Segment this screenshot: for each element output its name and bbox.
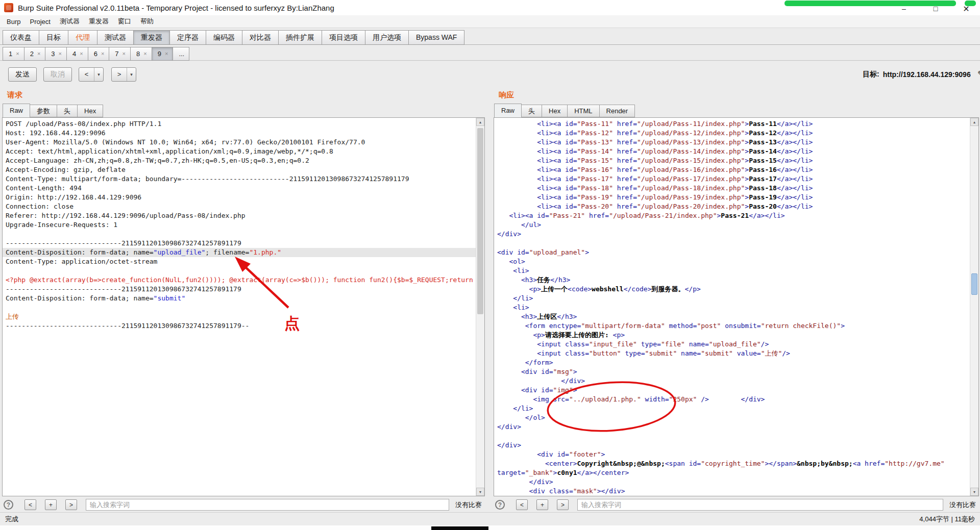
maximize-button[interactable]: □ <box>928 3 943 14</box>
response-editor[interactable]: <li><a id="Pass-11" href="/upload/Pass-1… <box>494 117 979 496</box>
code-line: </div> <box>497 422 970 432</box>
tab-user-options[interactable]: 用户选项 <box>365 30 409 45</box>
menu-item-help[interactable]: 帮助 <box>136 17 158 26</box>
repeater-tab-7[interactable]: 7× <box>109 47 131 61</box>
response-tab-bar: Raw头HexHTMLRender <box>494 104 634 117</box>
scroll-down-arrow-icon[interactable]: ▾ <box>476 488 484 496</box>
request-scrollbar[interactable]: ▴ ▾ <box>476 118 484 496</box>
tab-proxy[interactable]: 代理 <box>68 30 97 45</box>
code-line: Upgrade-Insecure-Requests: 1 <box>6 220 476 230</box>
minimize-button[interactable]: – <box>896 3 912 14</box>
response-scrollbar[interactable]: ▴ ▾ <box>970 118 978 496</box>
search-input[interactable] <box>577 499 943 511</box>
back-arrow[interactable]: < <box>79 68 94 81</box>
search-input[interactable] <box>86 499 449 511</box>
tab-sequencer[interactable]: 定序器 <box>169 30 206 45</box>
close-button[interactable]: ✕ <box>959 3 974 14</box>
repeater-tab-3[interactable]: 3× <box>45 47 67 61</box>
forward-arrow[interactable]: > <box>112 68 127 81</box>
tab-extender[interactable]: 插件扩展 <box>278 30 322 45</box>
request-panel: 请求 Raw参数头Hex POST /upload/Pass-08/index.… <box>2 88 485 512</box>
repeater-tab-6[interactable]: 6× <box>88 47 110 61</box>
history-forward-button[interactable]: > ▾ <box>111 67 136 82</box>
help-icon[interactable]: ? <box>4 500 13 510</box>
send-button[interactable]: 发送 <box>8 67 37 82</box>
menu-item-burp[interactable]: Burp <box>2 18 25 26</box>
repeater-tab-4[interactable]: 4× <box>66 47 88 61</box>
request-panel-title: 请求 <box>7 90 22 100</box>
request-tab-headers[interactable]: 头 <box>57 105 78 117</box>
response-tab-hex[interactable]: Hex <box>542 105 568 117</box>
response-tab-raw[interactable]: Raw <box>494 104 522 117</box>
menu-item-intruder[interactable]: 测试器 <box>55 17 84 26</box>
repeater-tab-1[interactable]: 1× <box>3 47 24 61</box>
response-tab-render[interactable]: Render <box>599 105 635 117</box>
close-tab-icon[interactable]: × <box>80 51 83 57</box>
response-raw-text: <li><a id="Pass-11" href="/upload/Pass-1… <box>494 119 970 496</box>
scroll-up-arrow-icon[interactable]: ▴ <box>476 118 484 126</box>
tab-dashboard[interactable]: 仪表盘 <box>3 30 39 45</box>
menu-item-project[interactable]: Project <box>25 18 55 26</box>
repeater-tab-more[interactable]: ... <box>173 47 189 61</box>
code-line: Content-Disposition: form-data; name="su… <box>6 294 476 303</box>
repeater-tab-2[interactable]: 2× <box>24 47 46 61</box>
search-prev-button[interactable]: < <box>516 499 528 510</box>
close-tab-icon[interactable]: × <box>143 51 146 57</box>
code-line: <li> <box>497 303 970 312</box>
cancel-button[interactable]: 取消 <box>43 67 72 82</box>
tab-decoder[interactable]: 编码器 <box>206 30 242 45</box>
code-line: </ul> <box>497 220 970 230</box>
menu-item-window[interactable]: 窗口 <box>113 17 136 26</box>
code-line: <li> <box>497 266 970 275</box>
code-line: <li><a id="Pass-20" href="/upload/Pass-2… <box>497 202 970 211</box>
code-line: </form> <box>497 358 970 367</box>
chevron-down-icon[interactable]: ▾ <box>127 68 136 81</box>
code-line: <li><a id="Pass-13" href="/upload/Pass-1… <box>497 138 970 147</box>
response-tab-headers[interactable]: 头 <box>521 105 542 117</box>
close-tab-icon[interactable]: × <box>165 51 168 57</box>
scrollbar-thumb[interactable] <box>477 128 483 314</box>
close-tab-icon[interactable]: × <box>37 51 40 57</box>
code-line: <li><a id="Pass-12" href="/upload/Pass-1… <box>497 129 970 138</box>
code-line: </div> <box>497 376 970 386</box>
repeater-tab-9[interactable]: 9× <box>152 47 174 61</box>
request-editor[interactable]: POST /upload/Pass-08/index.php HTTP/1.1H… <box>2 117 485 496</box>
close-tab-icon[interactable]: × <box>101 51 104 57</box>
search-add-button[interactable]: + <box>45 499 57 510</box>
response-tab-html[interactable]: HTML <box>567 105 599 117</box>
code-line: <h3>任务</h3> <box>497 275 970 285</box>
scrollbar-thumb[interactable] <box>971 273 977 295</box>
code-line: </li> <box>497 294 970 303</box>
code-line: Accept: text/html,application/xhtml+xml,… <box>6 147 476 156</box>
tab-comparer[interactable]: 对比器 <box>242 30 279 45</box>
request-tab-hex[interactable]: Hex <box>77 105 103 117</box>
code-line: Host: 192.168.44.129:9096 <box>6 129 476 138</box>
close-tab-icon[interactable]: × <box>59 51 62 57</box>
repeater-tab-8[interactable]: 8× <box>130 47 152 61</box>
search-status: 没有比赛 <box>455 500 482 510</box>
close-tab-icon[interactable]: × <box>16 51 19 57</box>
taskbar-sliver <box>431 526 488 530</box>
tab-intruder[interactable]: 测试器 <box>97 30 134 45</box>
code-line: <p>请选择要上传的图片: <p> <box>497 331 970 340</box>
menu-item-repeater[interactable]: 重发器 <box>84 17 113 26</box>
search-prev-button[interactable]: < <box>24 499 36 510</box>
edit-target-icon[interactable]: ✎ <box>977 69 980 80</box>
request-tab-params[interactable]: 参数 <box>30 105 57 117</box>
search-next-button[interactable]: > <box>65 499 77 510</box>
tab-bypass-waf[interactable]: Bypass WAF <box>408 30 464 45</box>
tab-project-options[interactable]: 项目选项 <box>322 30 365 45</box>
tab-repeater[interactable]: 重发器 <box>133 30 170 45</box>
scroll-up-arrow-icon[interactable]: ▴ <box>970 118 978 126</box>
history-back-button[interactable]: < ▾ <box>79 67 104 82</box>
search-add-button[interactable]: + <box>536 499 548 510</box>
close-tab-icon[interactable]: × <box>122 51 126 57</box>
search-next-button[interactable]: > <box>557 499 569 510</box>
target-label: 目标: <box>863 70 879 79</box>
request-tab-raw[interactable]: Raw <box>3 104 30 117</box>
chevron-down-icon[interactable]: ▾ <box>94 68 103 81</box>
tab-target[interactable]: 目标 <box>39 30 68 45</box>
help-icon[interactable]: ? <box>495 500 505 510</box>
repeater-tab-bar: 1×2×3×4×6×7×8×9×... <box>0 45 980 61</box>
scroll-down-arrow-icon[interactable]: ▾ <box>970 488 978 496</box>
